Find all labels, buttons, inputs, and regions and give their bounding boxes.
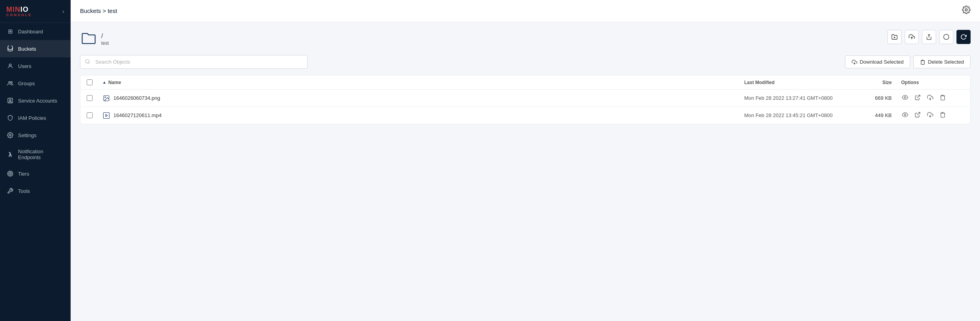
row2-delete-icon[interactable] bbox=[939, 111, 947, 120]
options-column-header: Options bbox=[901, 80, 964, 85]
sidebar-item-iam-policies[interactable]: IAM Policies bbox=[0, 109, 71, 127]
svg-point-8 bbox=[10, 173, 11, 174]
row2-preview-icon[interactable] bbox=[901, 111, 909, 120]
svg-point-0 bbox=[9, 64, 11, 66]
sidebar-item-tools-label: Tools bbox=[18, 188, 30, 194]
svg-point-5 bbox=[9, 134, 11, 136]
collapse-sidebar-button[interactable]: ‹ bbox=[62, 8, 64, 15]
row1-checkbox[interactable] bbox=[87, 95, 93, 101]
sidebar-item-settings[interactable]: Settings bbox=[0, 127, 71, 144]
svg-marker-24 bbox=[106, 114, 108, 117]
sidebar-item-buckets[interactable]: Buckets bbox=[0, 40, 71, 57]
last-modified-column-header: Last Modified bbox=[744, 80, 854, 85]
row1-download-icon[interactable] bbox=[926, 94, 934, 103]
row1-share-icon[interactable] bbox=[914, 94, 922, 103]
search-wrap bbox=[80, 55, 308, 69]
svg-point-20 bbox=[904, 97, 906, 98]
sidebar-item-tools[interactable]: Tools bbox=[0, 182, 71, 200]
iam-policies-icon bbox=[6, 114, 14, 122]
svg-line-26 bbox=[917, 112, 920, 115]
sidebar-item-tiers[interactable]: Tiers bbox=[0, 165, 71, 182]
search-input[interactable] bbox=[80, 55, 308, 69]
folder-actions bbox=[887, 30, 971, 44]
sidebar: MINIOCONSOLE ‹ ⊞ Dashboard Buckets Users… bbox=[0, 0, 71, 321]
sidebar-item-users[interactable]: Users bbox=[0, 57, 71, 75]
sidebar-item-dashboard[interactable]: ⊞ Dashboard bbox=[0, 23, 71, 40]
create-folder-button[interactable] bbox=[887, 30, 902, 44]
sidebar-item-service-accounts-label: Service Accounts bbox=[18, 98, 57, 104]
row2-name-col: 1646027120611.mp4 bbox=[102, 112, 744, 119]
size-column-header: Size bbox=[854, 80, 901, 85]
sidebar-item-settings-label: Settings bbox=[18, 132, 36, 138]
settings-gear-button[interactable] bbox=[962, 6, 971, 16]
service-accounts-icon bbox=[6, 97, 14, 105]
row2-filename: 1646027120611.mp4 bbox=[113, 112, 162, 118]
tiers-icon bbox=[6, 170, 14, 178]
row1-checkbox-col bbox=[87, 95, 102, 101]
sidebar-item-dashboard-label: Dashboard bbox=[18, 29, 43, 35]
folder-name: test bbox=[101, 40, 109, 46]
folder-header: / test bbox=[80, 30, 971, 49]
content-area: / test bbox=[71, 22, 980, 321]
logo-text: MINIOCONSOLE bbox=[6, 6, 32, 17]
settings-icon bbox=[6, 131, 14, 139]
share-button[interactable] bbox=[922, 30, 936, 44]
row2-date-col: Mon Feb 28 2022 13:45:21 GMT+0800 bbox=[744, 112, 854, 118]
sidebar-item-groups[interactable]: Groups bbox=[0, 75, 71, 92]
refresh-circle-button[interactable] bbox=[939, 30, 953, 44]
row1-name-col: 1646026060734.png bbox=[102, 94, 744, 102]
file-table: ▲ Name Last Modified Size Options bbox=[80, 75, 971, 124]
svg-point-25 bbox=[904, 114, 906, 116]
sidebar-item-tiers-label: Tiers bbox=[18, 171, 29, 177]
row1-date-col: Mon Feb 28 2022 13:27:41 GMT+0800 bbox=[744, 95, 854, 101]
select-all-checkbox[interactable] bbox=[87, 79, 93, 85]
buckets-icon bbox=[6, 45, 14, 53]
row1-options-col bbox=[901, 94, 964, 103]
upload-button[interactable] bbox=[905, 30, 919, 44]
name-header-label: Name bbox=[108, 80, 121, 85]
topbar: Buckets > test bbox=[71, 0, 980, 22]
download-selected-button[interactable]: Download Selected bbox=[845, 55, 910, 68]
options-header-label: Options bbox=[901, 80, 919, 85]
action-buttons: Download Selected Delete Selected bbox=[845, 55, 971, 68]
sidebar-item-notification-label: Notification Endpoints bbox=[18, 149, 64, 160]
row1-preview-icon[interactable] bbox=[901, 94, 909, 103]
search-icon bbox=[85, 59, 90, 65]
row1-size-col: 669 KB bbox=[854, 95, 901, 101]
table-row: 1646027120611.mp4 Mon Feb 28 2022 13:45:… bbox=[80, 107, 970, 124]
sidebar-item-buckets-label: Buckets bbox=[18, 46, 36, 52]
svg-point-7 bbox=[9, 172, 12, 175]
folder-icon bbox=[80, 30, 97, 49]
folder-info: / test bbox=[80, 30, 109, 49]
sidebar-item-groups-label: Groups bbox=[18, 81, 35, 86]
svg-point-19 bbox=[105, 97, 106, 97]
delete-selected-button[interactable]: Delete Selected bbox=[913, 55, 971, 68]
users-icon bbox=[6, 62, 14, 70]
search-actions-bar: Download Selected Delete Selected bbox=[80, 55, 971, 69]
row1-date: Mon Feb 28 2022 13:27:41 GMT+0800 bbox=[744, 95, 832, 101]
row1-filename: 1646026060734.png bbox=[113, 95, 160, 101]
groups-icon bbox=[6, 79, 14, 87]
delete-selected-label: Delete Selected bbox=[928, 59, 964, 65]
row2-download-icon[interactable] bbox=[926, 111, 934, 120]
notification-icon: λ bbox=[6, 150, 14, 158]
row2-size-col: 449 KB bbox=[854, 112, 901, 118]
main-content: Buckets > test / test bbox=[71, 0, 980, 321]
download-selected-label: Download Selected bbox=[860, 59, 903, 65]
last-modified-header-label: Last Modified bbox=[744, 80, 774, 85]
svg-point-14 bbox=[944, 34, 949, 39]
size-header-label: Size bbox=[882, 80, 892, 85]
sidebar-item-notification-endpoints[interactable]: λ Notification Endpoints bbox=[0, 144, 71, 165]
svg-point-1 bbox=[9, 81, 10, 83]
svg-point-4 bbox=[9, 99, 11, 101]
logo-area: MINIOCONSOLE ‹ bbox=[0, 0, 71, 23]
row2-share-icon[interactable] bbox=[914, 111, 922, 120]
row2-checkbox[interactable] bbox=[87, 112, 93, 118]
header-checkbox-col bbox=[87, 79, 102, 85]
row1-delete-icon[interactable] bbox=[939, 94, 947, 103]
sidebar-item-service-accounts[interactable]: Service Accounts bbox=[0, 92, 71, 109]
svg-rect-23 bbox=[104, 112, 109, 118]
refresh-button[interactable] bbox=[956, 30, 971, 44]
name-column-header[interactable]: ▲ Name bbox=[102, 80, 744, 85]
row2-options-col bbox=[901, 111, 964, 120]
